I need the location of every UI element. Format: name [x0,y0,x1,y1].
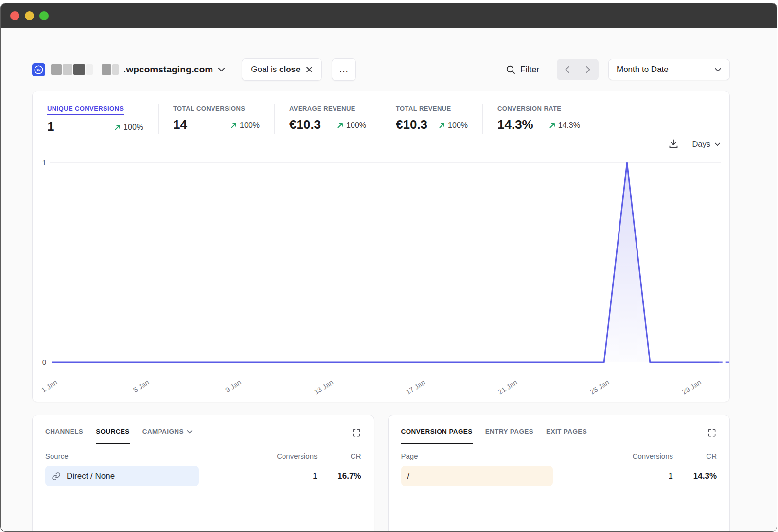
sources-table-header: Source Conversions CR [33,443,374,465]
expand-icon [352,428,361,438]
column-source: Source [45,452,259,460]
metric-delta: 100% [439,121,468,130]
metric-unique-conversions[interactable]: UNIQUE CONVERSIONS 1 100% [47,104,159,134]
app-window: W .wpcomstaging.com Goal is close ... [0,3,777,532]
pages-table-header: Page Conversions CR [389,443,730,465]
download-button[interactable] [668,138,679,150]
metric-label: AVERAGE REVENUE [289,105,355,112]
tab-conversion-pages[interactable]: CONVERSION PAGES [401,428,473,444]
source-share-bar: Direct / None [45,466,199,486]
metric-label: TOTAL CONVERSIONS [173,105,245,112]
expand-sources-button[interactable] [352,428,361,438]
metric-label: CONVERSION RATE [497,105,561,112]
svg-text:W: W [36,67,41,72]
cr-value: 14.3% [673,471,717,481]
metric-value: 14 [173,117,187,132]
redacted-site-name [51,64,119,75]
sources-card: CHANNELS SOURCES CAMPAIGNS Source Conver… [32,415,374,532]
svg-text:1: 1 [42,159,46,167]
more-filters-button[interactable]: ... [332,58,356,81]
metric-total-revenue[interactable]: TOTAL REVENUE €10.3 100% [396,104,483,134]
svg-text:13 Jan: 13 Jan [313,378,335,396]
chevron-right-icon [585,66,591,73]
conversions-area-chart: 011 Jan5 Jan9 Jan13 Jan17 Jan21 Jan25 Ja… [33,153,730,396]
pages-tabs: CONVERSION PAGES ENTRY PAGES EXIT PAGES [389,415,730,443]
svg-text:25 Jan: 25 Jan [588,378,610,396]
tab-campaigns[interactable]: CAMPAIGNS [142,428,193,444]
page-share-bar: / [401,466,553,486]
trend-up-icon [114,124,121,131]
window-titlebar [1,3,777,28]
svg-text:5 Jan: 5 Jan [132,378,151,394]
zoom-window-button[interactable] [39,11,49,20]
metric-value: 14.3% [497,117,533,132]
svg-text:9 Jan: 9 Jan [224,378,243,394]
conversions-value: 1 [615,471,673,481]
metrics-row: UNIQUE CONVERSIONS 1 100% TOTAL CONVERSI… [33,91,729,134]
chart-controls: Days [668,138,721,150]
expand-pages-button[interactable] [707,428,717,438]
svg-text:17 Jan: 17 Jan [405,378,426,396]
tab-exit-pages[interactable]: EXIT PAGES [546,428,587,444]
sources-tabs: CHANNELS SOURCES CAMPAIGNS [33,415,374,443]
goal-filter-chip[interactable]: Goal is close [242,58,322,81]
column-page: Page [401,452,615,460]
table-row[interactable]: Direct / None 1 16.7% [33,465,374,487]
next-period-button[interactable] [578,59,599,80]
metric-delta: 100% [337,121,366,130]
search-icon [506,65,516,75]
bottom-cards-row: CHANNELS SOURCES CAMPAIGNS Source Conver… [32,415,730,532]
metric-value: €10.3 [396,117,427,132]
prev-period-button[interactable] [557,59,578,80]
tab-entry-pages[interactable]: ENTRY PAGES [485,428,533,444]
trend-up-icon [439,122,445,129]
conversions-overview-card: UNIQUE CONVERSIONS 1 100% TOTAL CONVERSI… [32,91,730,402]
metric-average-revenue[interactable]: AVERAGE REVENUE €10.3 100% [289,104,381,134]
table-row[interactable]: / 1 14.3% [389,465,730,487]
interval-select[interactable]: Days [692,140,721,149]
close-window-button[interactable] [10,11,19,20]
column-conversions: Conversions [615,452,673,460]
date-range-value: Month to Date [617,65,669,74]
metric-total-conversions[interactable]: TOTAL CONVERSIONS 14 100% [173,104,275,134]
column-conversions: Conversions [259,452,318,460]
trend-up-icon [337,122,344,129]
chevron-down-icon [218,67,225,72]
trend-up-icon [549,122,556,129]
metric-delta: 14.3% [549,121,580,130]
filter-label: Filter [520,65,539,75]
chevron-left-icon [565,66,570,73]
trend-up-icon [230,122,237,129]
link-icon [52,472,61,481]
site-selector[interactable]: W .wpcomstaging.com [32,63,225,76]
expand-icon [707,428,717,438]
column-cr: CR [673,452,717,460]
tab-channels[interactable]: CHANNELS [45,428,83,444]
svg-text:29 Jan: 29 Jan [681,378,703,396]
metric-label: UNIQUE CONVERSIONS [47,105,124,115]
goal-chip-text: Goal is close [251,65,300,74]
metric-delta: 100% [114,123,143,132]
minimize-window-button[interactable] [25,11,34,20]
wordpress-icon: W [32,63,45,76]
metric-label: TOTAL REVENUE [396,105,451,112]
metric-value: 1 [47,119,54,134]
tab-sources[interactable]: SOURCES [96,428,130,444]
date-range-select[interactable]: Month to Date [608,59,730,80]
site-domain: .wpcomstaging.com [124,64,213,75]
svg-text:0: 0 [42,358,46,366]
filter-button[interactable]: Filter [506,65,539,75]
cr-value: 16.7% [318,471,361,481]
chevron-down-icon [714,142,721,146]
download-icon [668,138,679,150]
source-label: Direct / None [67,471,115,481]
metric-value: €10.3 [289,117,321,132]
chevron-down-icon [187,430,193,434]
date-nav [557,59,599,80]
metric-delta: 100% [230,121,260,130]
column-cr: CR [318,452,361,460]
remove-filter-icon[interactable] [306,66,313,73]
conversions-value: 1 [259,471,318,481]
pages-card: CONVERSION PAGES ENTRY PAGES EXIT PAGES … [388,415,730,532]
metric-conversion-rate[interactable]: CONVERSION RATE 14.3% 14.3% [497,104,595,134]
